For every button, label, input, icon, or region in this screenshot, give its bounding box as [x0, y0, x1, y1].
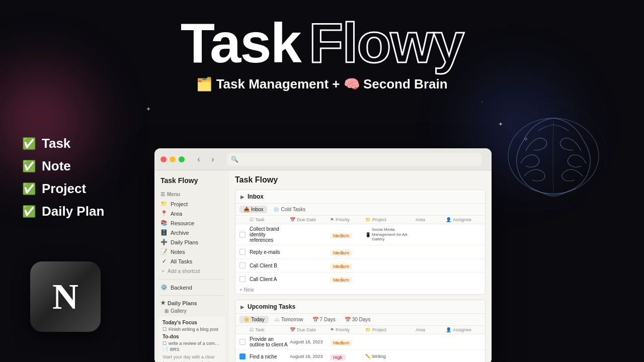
- sidebar-daily-plans-header[interactable]: ★ Daily Plans: [158, 299, 225, 307]
- task-checkbox-4[interactable]: [239, 276, 246, 282]
- up-col-assignee: 👤 Assignee: [446, 327, 481, 332]
- add-shortcut-label: Add a shortcut: [168, 268, 200, 274]
- task-name-4: Call Client A: [250, 277, 290, 282]
- upcoming-tab-tomorrow[interactable]: ☁️ Tomorrow: [270, 316, 307, 323]
- up-cal-icon: 📅: [290, 327, 295, 332]
- notion-cube: N: [30, 261, 101, 332]
- calendar-icon: 📅: [290, 217, 295, 222]
- priority-badge-4: Medium: [330, 277, 352, 283]
- inbox-filter-tabs: 📥 Inbox ❄️ Cold Tasks: [235, 204, 485, 216]
- subtitle: 🗂️ Task Management + 🧠 Second Brain: [181, 76, 463, 92]
- gallery-icon: ⊞: [165, 308, 169, 314]
- task-priority-2: Medium: [330, 247, 365, 256]
- project-col-icon: 📁: [365, 217, 371, 222]
- sidebar-add-shortcut[interactable]: ＋ Add a shortcut: [158, 266, 225, 276]
- sidebar-item-archive[interactable]: 🗄️ Archive: [158, 228, 225, 237]
- upcoming-tab-today[interactable]: ☀️ Today: [239, 316, 269, 323]
- priority-badge-1: Medium: [330, 233, 352, 239]
- sidebar-item-daily-plans[interactable]: ➕ Daily Plans: [158, 237, 225, 247]
- todays-focus-item: ☐ Finish writing a blog post: [163, 327, 221, 332]
- sidebar-label-all-tasks: All Tasks: [171, 258, 192, 264]
- sidebar-item-area[interactable]: 📍 Area: [158, 209, 225, 218]
- sidebar-item-notes[interactable]: 📝 Notes: [158, 247, 225, 256]
- task-checkbox-3[interactable]: [239, 262, 246, 268]
- todo-item-2: 📄 BRS: [163, 347, 221, 352]
- page-title: Task Flowy: [235, 175, 486, 185]
- inbox-tab-inbox[interactable]: 📥 Inbox: [239, 206, 267, 213]
- col-due: 📅 Due Date: [290, 217, 330, 222]
- inbox-table: ☑ Task 📅 Due Date ⚑ Priority: [235, 216, 485, 286]
- table-row: Call Client A Medium: [235, 273, 485, 286]
- table-row: Provide an outline to client A August 16…: [235, 334, 485, 350]
- up-checkbox-2[interactable]: [239, 353, 246, 359]
- inbox-section-header[interactable]: ▶ Inbox: [235, 190, 485, 204]
- inbox-section: ▶ Inbox 📥 Inbox ❄️ Cold Tasks: [235, 190, 486, 295]
- menu-icon: ☰: [160, 192, 165, 197]
- traffic-lights: [160, 156, 185, 162]
- todo-item-1: ☐ write a review of a company's refund..…: [163, 341, 221, 346]
- feature-label-project: Project: [42, 181, 86, 197]
- search-icon: 🔍: [231, 156, 238, 163]
- upcoming-tab-30days[interactable]: 📅 30 Days: [341, 316, 375, 323]
- address-bar[interactable]: 🔍: [227, 153, 481, 166]
- archive-icon: 🗄️: [160, 229, 168, 236]
- task-name-1: Collect brand identity references: [250, 226, 290, 243]
- sidebar-item-all-tasks[interactable]: ✓ All Tasks: [158, 256, 225, 266]
- inbox-table-header: ☑ Task 📅 Due Date ⚑ Priority: [235, 216, 485, 224]
- task-checkbox-2[interactable]: [239, 249, 246, 255]
- daily-plans-icon: ➕: [160, 239, 168, 245]
- sparkle-4: ·: [481, 98, 483, 105]
- task-name-2: Reply e-mails: [250, 249, 290, 255]
- sidebar-gallery[interactable]: ⊞ Gallery: [158, 307, 225, 315]
- priority-badge-3: Medium: [330, 263, 352, 269]
- check-icon-task: ✅: [22, 137, 36, 150]
- upcoming-section-header[interactable]: ▶ Upcoming Tasks: [235, 300, 485, 314]
- up-priority-badge-2: High: [330, 354, 346, 360]
- task-checkbox-1[interactable]: [239, 232, 246, 238]
- main-container: ✦ ✦ ✧ · Task Flowy 🗂️ Task Management + …: [0, 0, 644, 362]
- up-checkbox-1[interactable]: [239, 339, 246, 345]
- minimize-button[interactable]: [170, 156, 176, 162]
- app-sidebar-title: Task Flowy: [158, 176, 225, 185]
- sidebar-label-daily-plans: Daily Plans: [171, 239, 198, 245]
- inbox-add-row[interactable]: + New: [235, 286, 485, 294]
- area-icon: 📍: [160, 210, 168, 217]
- feature-project: ✅ Project: [22, 181, 104, 197]
- sidebar-item-project[interactable]: 📁 Project: [158, 199, 225, 209]
- upcoming-table-header: ☑ Task 📅 Due Date ⚑ Priority: [235, 326, 485, 334]
- back-button[interactable]: ‹: [193, 153, 205, 165]
- sidebar-item-resource[interactable]: 📚 Resource: [158, 218, 225, 228]
- close-button[interactable]: [160, 156, 167, 162]
- feature-task: ✅ Task: [22, 136, 104, 151]
- cold-icon: ❄️: [273, 207, 279, 212]
- maximize-button[interactable]: [179, 156, 185, 162]
- up-col-project: 📁 Project: [365, 327, 416, 332]
- tomorrow-icon: ☁️: [274, 317, 280, 322]
- sidebar-item-backend[interactable]: ⚙️ Backend: [158, 283, 225, 292]
- todo-checkbox-1: ☐: [163, 341, 167, 346]
- priority-badge-2: Medium: [330, 250, 352, 256]
- feature-note: ✅ Note: [22, 158, 104, 174]
- features-list: ✅ Task ✅ Note ✅ Project ✅ Daily Plan: [22, 136, 104, 226]
- backend-icon: ⚙️: [160, 284, 168, 291]
- upcoming-tab-7days[interactable]: 📅 7 Days: [308, 316, 340, 323]
- title-flowy: Flowy: [309, 15, 463, 71]
- forward-button[interactable]: ›: [207, 153, 219, 165]
- inbox-tab-cold[interactable]: ❄️ Cold Tasks: [269, 206, 309, 213]
- upcoming-filter-tabs: ☀️ Today ☁️ Tomorrow 📅 7 Days 📅: [235, 314, 485, 326]
- title-task: Task: [181, 15, 301, 71]
- col-priority: ⚑ Priority: [330, 217, 365, 222]
- up-task-name-2: Find a niche: [250, 354, 290, 359]
- browser-chrome: ‹ › 🔍: [154, 148, 492, 170]
- brain-section: [488, 90, 619, 223]
- upcoming-toggle-icon: ▶: [240, 304, 245, 310]
- table-row: Reply e-mails Medium: [235, 245, 485, 259]
- up-priority-1: Medium: [330, 337, 365, 346]
- check-icon-project: ✅: [22, 183, 36, 196]
- up-col-area: Area: [416, 327, 446, 332]
- todays-focus-title: Today's Focus: [163, 320, 221, 325]
- project-icon: 📁: [160, 201, 168, 207]
- up-col-priority: ⚑ Priority: [330, 327, 365, 332]
- up-col-task: ☑ Task: [250, 327, 290, 332]
- all-tasks-icon: ✓: [160, 258, 168, 264]
